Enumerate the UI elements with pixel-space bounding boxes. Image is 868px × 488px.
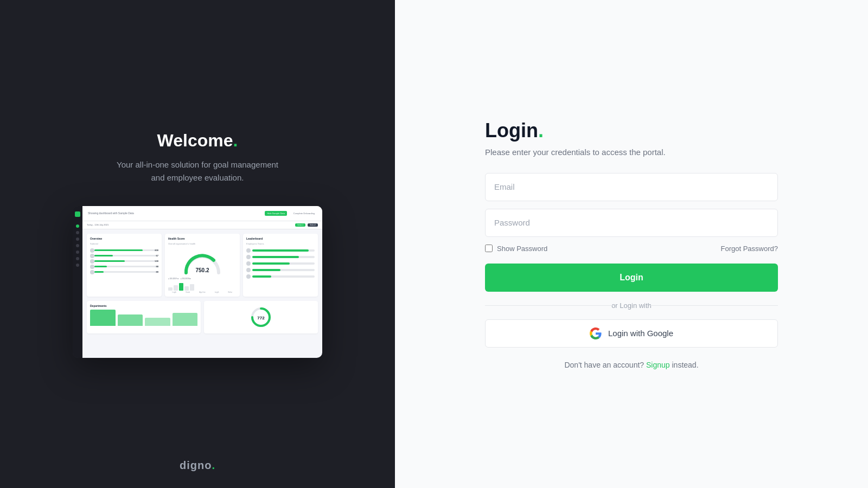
signup-text: Don't have an account? Signup instead. — [485, 361, 778, 369]
forgot-password-link[interactable]: Forgot Password? — [721, 245, 778, 253]
dashboard-preview: Showing dashboard with Sample Data Hide … — [73, 206, 322, 358]
preview-nav-dot — [76, 264, 79, 267]
svg-text:772: 772 — [257, 316, 265, 320]
preview-nav-dot — [76, 251, 79, 254]
password-field[interactable] — [485, 209, 778, 237]
welcome-title: Welcome. — [111, 131, 284, 151]
preview-nav-dot — [76, 237, 79, 241]
form-options: Show Password Forgot Password? — [485, 245, 778, 253]
preview-content: Overview Subtotal 800 67 500 88 89 Healt… — [82, 229, 322, 301]
health-gauge-svg: 750.2 — [181, 248, 224, 275]
preview-nav-dot — [76, 224, 79, 228]
right-panel: Login. Please enter your credentials to … — [395, 0, 868, 488]
welcome-section: Welcome. Your all-in-one solution for go… — [111, 131, 284, 184]
login-title: Login. — [485, 119, 778, 142]
preview-tab1: Hide Sample Data — [265, 211, 286, 216]
or-divider: or Login with — [485, 301, 778, 310]
preview-nav-dot — [76, 231, 79, 234]
preview-nav-dot — [76, 244, 79, 247]
login-subtitle: Please enter your credentials to access … — [485, 147, 778, 157]
google-button-label: Login with Google — [608, 329, 673, 338]
login-form-container: Login. Please enter your credentials to … — [485, 119, 778, 369]
google-icon — [590, 328, 602, 339]
preview-header-text: Showing dashboard with Sample Data — [88, 211, 134, 215]
team-gauge-svg: 772 — [250, 306, 272, 328]
preview-team-card: 772 — [204, 301, 318, 333]
preview-nav-dot — [76, 257, 79, 260]
preview-health-card: Health Score Overall organisation's heal… — [165, 234, 240, 297]
brand-footer: digno. — [180, 459, 215, 472]
svg-text:750.2: 750.2 — [195, 267, 209, 273]
preview-header: Showing dashboard with Sample Data Hide … — [82, 206, 322, 221]
preview-overview-card: Overview Subtotal 800 67 500 88 89 — [87, 234, 162, 297]
preview-tab2: Complete Onboarding — [291, 211, 317, 216]
preview-header-tabs: Hide Sample Data Complete Onboarding — [265, 211, 317, 216]
signup-link[interactable]: Signup — [646, 361, 670, 369]
preview-logo — [75, 211, 80, 217]
google-login-button[interactable]: Login with Google — [485, 319, 778, 348]
preview-bottom-row: Departments 772 — [82, 301, 322, 338]
left-panel: Welcome. Your all-in-one solution for go… — [0, 0, 395, 488]
preview-sidebar — [73, 206, 82, 358]
welcome-subtitle: Your all-in-one solution for goal manage… — [111, 158, 284, 184]
show-password-label[interactable]: Show Password — [485, 245, 547, 253]
preview-leaderboard-card: Leaderboard Employees Teams — [243, 234, 318, 297]
login-button[interactable]: Login — [485, 264, 778, 292]
show-password-checkbox[interactable] — [485, 245, 493, 252]
preview-departments-card: Departments — [87, 301, 201, 333]
preview-main: Showing dashboard with Sample Data Hide … — [82, 206, 322, 358]
email-field[interactable] — [485, 173, 778, 201]
